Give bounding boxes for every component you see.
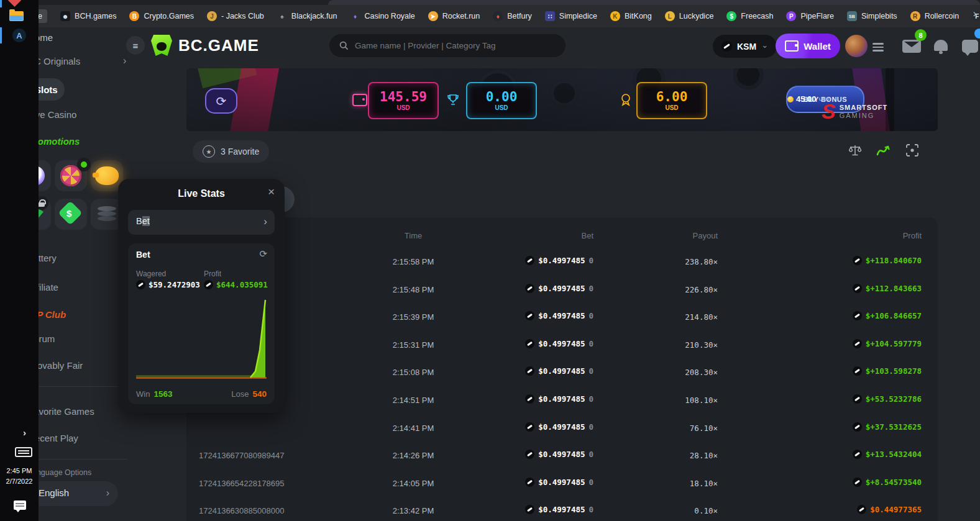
game-loop-button[interactable]: ⟳	[205, 88, 237, 114]
profit-label: Profit	[204, 270, 221, 278]
table-row[interactable]: 2:15:31 PM$0.49974850210.30×$+104.597779	[186, 339, 938, 351]
show-hidden-icons-chevron[interactable]: ›	[23, 427, 26, 438]
bookmark-crypto-games[interactable]: BCrypto.Games	[129, 11, 194, 21]
bet-amount: $0.49974850	[525, 311, 593, 320]
bookmark-betfury[interactable]: ♦Betfury	[493, 11, 532, 21]
pinned-app-icon[interactable]	[8, 0, 21, 7]
profit-amount: $+13.5432404	[853, 450, 922, 459]
payout-multiplier: 0.10×	[694, 506, 718, 515]
card-title: Bet	[136, 250, 150, 260]
fairness-scales-icon[interactable]	[848, 143, 863, 158]
promo-tile-price-tag[interactable]: $	[55, 199, 87, 230]
bcgame-shield-icon	[151, 35, 172, 56]
favicon: L	[665, 11, 675, 21]
bookmark-simplebits[interactable]: SBSimplebits	[847, 11, 897, 21]
live-stats-panel: Live Stats × Bet › Bet ⟳ Wagered $59.247…	[118, 179, 285, 413]
table-row[interactable]: 2:15:39 PM$0.49974850214.80×$+106.846657	[186, 311, 938, 324]
bet-time: 2:14:51 PM	[351, 396, 475, 405]
favicon: ♦	[493, 11, 503, 21]
column-header-bet: Bet	[581, 231, 593, 240]
table-row[interactable]: 2:15:08 PM$0.49974850208.30×$+103.598278	[186, 366, 938, 379]
close-icon[interactable]: ×	[268, 185, 275, 199]
mail-icon[interactable]	[902, 40, 921, 53]
bookmark-label: BitKong	[625, 12, 652, 20]
touch-keyboard-icon[interactable]	[15, 447, 32, 457]
theater-mode-icon[interactable]	[905, 143, 920, 158]
profit-amount: $+118.840670	[853, 256, 922, 265]
coin-icon	[136, 280, 145, 289]
bookmark-casino-royale[interactable]: ♦Casino Royale	[350, 11, 414, 21]
bookmarks-overflow-icon[interactable]: ›	[973, 9, 976, 19]
bookmark-bch-games[interactable]: ☻BCH.games	[60, 11, 116, 21]
favicon: ➤	[428, 11, 438, 21]
loop-icon: ⟳	[216, 94, 227, 109]
table-row[interactable]: 17241366542281786952:14:05 PM$0.49974850…	[186, 478, 938, 490]
logo[interactable]: BC.GAME	[151, 35, 259, 56]
hamburger-icon: ≡	[133, 40, 139, 51]
bets-table: Time Bet Payout Profit 2:15:58 PM$0.4997…	[186, 217, 938, 521]
column-header-time: Time	[351, 231, 475, 240]
favicon: J	[207, 11, 217, 21]
clock-time[interactable]: 2:45 PM	[0, 467, 39, 474]
search-input[interactable]: Game name | Provider | Category Tag	[329, 34, 566, 57]
coin-icon	[525, 256, 534, 265]
search-icon	[339, 41, 349, 50]
favorite-button[interactable]: ★ 3 Favorite	[193, 140, 269, 163]
bookmark-jacks-club[interactable]: J- Jacks Club	[207, 11, 264, 21]
avatar[interactable]	[845, 35, 868, 57]
win-display: 0.00 USD	[466, 82, 537, 119]
bell-icon[interactable]	[934, 40, 948, 51]
live-stats-icon[interactable]	[876, 143, 891, 158]
table-row[interactable]: 2:14:41 PM$0.4997485076.10×$+37.5312625	[186, 422, 938, 435]
bookmark-freecash[interactable]: $Freecash	[726, 11, 773, 21]
bookmark-label: Crypto.Games	[144, 12, 194, 20]
chat-icon[interactable]	[962, 40, 978, 53]
profit-amount: $+8.54573540	[853, 478, 922, 487]
bet-time: 2:15:31 PM	[351, 340, 475, 350]
active-app-icon[interactable]: A	[12, 29, 26, 42]
table-row[interactable]: 17241366308850080002:13:42 PM$0.49974850…	[186, 505, 938, 517]
bet-id: 1724136654228178695	[199, 479, 284, 488]
lose-value: 540	[252, 389, 267, 399]
bet-amount: $0.49974850	[525, 284, 593, 293]
profit-value: $644.035091	[204, 280, 268, 289]
table-row[interactable]: 2:15:58 PM$0.49974850238.80×$+118.840670	[186, 256, 938, 268]
logo-text: BC.GAME	[178, 36, 259, 55]
bookmark-blackjack-fun[interactable]: ♠Blackjack.fun	[277, 11, 337, 21]
clock-date[interactable]: 2/7/2022	[0, 478, 39, 485]
table-row[interactable]: 17241366770809894472:14:26 PM$0.49974850…	[186, 450, 938, 462]
sidebar-toggle-button[interactable]: ≡	[126, 36, 145, 55]
bookmark-label: BCH.games	[75, 12, 116, 20]
wallet-button[interactable]: Wallet	[776, 34, 840, 58]
bookmark-rocket-run[interactable]: ➤Rocket.run	[428, 11, 480, 21]
bookmark-label: Luckydice	[679, 12, 714, 20]
account-menu-icon[interactable]	[872, 41, 884, 53]
wheel-notification-dot	[77, 158, 91, 171]
bookmark-bitkong[interactable]: KBitKong	[610, 11, 652, 21]
piggy-bank-icon	[95, 166, 119, 185]
table-row[interactable]: 2:14:51 PM$0.49974850108.10×$+53.5232786	[186, 394, 938, 407]
reset-stats-icon[interactable]: ⟳	[259, 248, 267, 260]
bet-amount: $0.49974850	[525, 366, 593, 376]
payout-multiplier: 210.30×	[685, 340, 718, 350]
bookmark-pipeflare[interactable]: PPipeFlare	[786, 11, 834, 21]
coin-icon	[525, 478, 534, 487]
bet-time: 2:14:41 PM	[351, 424, 475, 433]
bookmark-luckydice[interactable]: LLuckydice	[665, 11, 714, 21]
bookmark-label: Casino Royale	[364, 12, 414, 20]
currency-selector[interactable]: KSM ⌄	[713, 35, 777, 58]
payout-multiplier: 238.80×	[685, 257, 718, 266]
lose-stat: Lose540	[231, 389, 267, 399]
chevron-down-icon: ⌄	[761, 40, 768, 50]
active-tab-top[interactable]	[328, 0, 980, 5]
notification-center-icon[interactable]	[14, 501, 26, 510]
bookmark-rollercoin[interactable]: RRollercoin	[910, 11, 959, 21]
table-row[interactable]: 2:15:48 PM$0.49974850226.80×$+112.843663	[186, 284, 938, 296]
payout-multiplier: 28.10×	[690, 451, 718, 460]
bookmark-simpledice[interactable]: ∷Simpledice	[545, 11, 597, 21]
stats-mode-selector[interactable]: Bet ›	[128, 210, 275, 235]
bet-amount: $0.49974850	[525, 505, 593, 514]
file-explorer-icon[interactable]	[9, 11, 24, 21]
win-stat: Win1563	[136, 389, 172, 399]
chevron-right-icon[interactable]: ›	[123, 55, 126, 66]
